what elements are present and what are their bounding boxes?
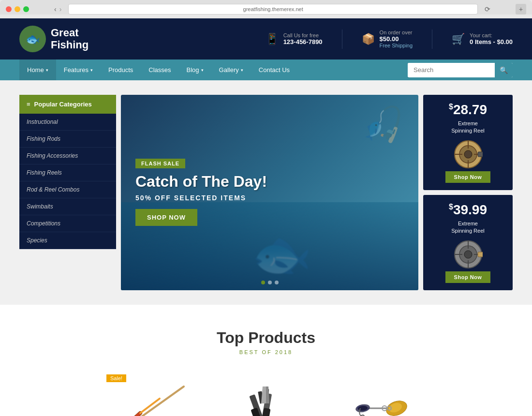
shipping-info: 📦 On order over $50.00 Free Shipping — [362, 30, 413, 48]
categories-sidebar: ≡ Popular Categories Instructional Fishi… — [19, 95, 116, 290]
contact-info: 📱 Call Us for free 123-456-7890 — [266, 32, 323, 45]
category-instructional[interactable]: Instructional — [19, 114, 116, 131]
product-item-2[interactable] — [218, 374, 314, 416]
nav-gallery-label: Gallery — [219, 66, 239, 74]
nav-products-label: Products — [108, 66, 133, 74]
product3-image-area — [339, 374, 426, 416]
nav-features-label: Features — [64, 66, 89, 74]
chevron-down-icon: ▾ — [46, 68, 48, 73]
side-products: $28.79 ExtremeSpinning Reel — [423, 95, 513, 290]
website: 🐟 Great Fishing 📱 Call Us for free 123-4… — [0, 18, 532, 416]
chevron-down-icon3: ▾ — [241, 68, 243, 73]
new-tab-button[interactable]: + — [516, 4, 526, 15]
maximize-button[interactable] — [23, 6, 29, 12]
nav-gallery[interactable]: Gallery ▾ — [211, 59, 251, 80]
forward-button[interactable]: › — [59, 5, 62, 13]
nav-blog-label: Blog — [187, 66, 199, 74]
reload-button[interactable]: ⟳ — [485, 5, 490, 13]
product1-image — [451, 140, 485, 169]
product-card-2: $39.99 ExtremeSpinning Reel — [423, 195, 513, 290]
svg-marker-31 — [266, 386, 269, 403]
product2-shop-button[interactable]: Shop Now — [445, 271, 491, 283]
nav-blog[interactable]: Blog ▾ — [179, 59, 211, 80]
svg-rect-33 — [262, 408, 271, 416]
flash-sale-badge: FLASH SALE — [135, 159, 185, 168]
fish-decoration: 🐟 — [251, 226, 312, 283]
section-subtitle: BEST OF 2018 — [19, 349, 513, 355]
category-competitions[interactable]: Competitions — [19, 215, 116, 232]
address-bar[interactable]: greatfishing.themerex.net — [68, 4, 478, 15]
category-species[interactable]: Species — [19, 232, 116, 249]
close-button[interactable] — [6, 6, 12, 12]
categories-header: ≡ Popular Categories — [19, 95, 116, 114]
divider — [342, 30, 342, 49]
category-swimbaits[interactable]: Swimbaits — [19, 198, 116, 215]
nav-home[interactable]: Home ▾ — [19, 59, 56, 80]
category-rod-reel-combos[interactable]: Rod & Reel Combos — [19, 181, 116, 198]
chevron-down-icon2: ▾ — [201, 68, 204, 73]
search-form: 🔍 — [408, 63, 513, 77]
contact-label: Call Us for free — [283, 32, 323, 38]
slide-dot-3[interactable] — [275, 281, 279, 284]
product1-price: $28.79 — [449, 102, 487, 118]
logo-icon: 🐟 — [19, 26, 46, 52]
nav-links: Home ▾ Features ▾ Products Classes Blog … — [19, 59, 297, 80]
slide-dot-2[interactable] — [268, 281, 272, 284]
logo[interactable]: 🐟 Great Fishing — [19, 26, 89, 52]
cart-icon: 🛒 — [452, 33, 465, 45]
product2-name: ExtremeSpinning Reel — [451, 220, 485, 235]
shipping-icon: 📦 — [362, 33, 375, 45]
category-fishing-rods[interactable]: Fishing Rods — [19, 131, 116, 148]
main-content: ≡ Popular Categories Instructional Fishi… — [0, 80, 532, 305]
search-button[interactable]: 🔍 — [495, 63, 513, 77]
product2-image — [451, 240, 485, 269]
minimize-button[interactable] — [15, 6, 20, 12]
svg-rect-7 — [478, 152, 483, 157]
header-info: 📱 Call Us for free 123-456-7890 📦 On ord… — [266, 30, 513, 49]
nav-contact[interactable]: Contact Us — [251, 59, 297, 80]
category-fishing-accessories[interactable]: Fishing Accessories — [19, 148, 116, 164]
nav-products[interactable]: Products — [101, 59, 141, 80]
product1-shop-button[interactable]: Shop Now — [445, 171, 491, 183]
product-item-1[interactable]: Sale! — [102, 374, 198, 416]
svg-line-16 — [116, 386, 184, 416]
product-card-1: $28.79 ExtremeSpinning Reel — [423, 95, 513, 190]
product1-name: ExtremeSpinning Reel — [451, 120, 485, 135]
nav-classes-label: Classes — [148, 66, 171, 74]
categories-title: Popular Categories — [34, 101, 92, 108]
product-item-3[interactable] — [334, 374, 430, 416]
shipping-condition: On order over — [380, 30, 413, 35]
logo-main: Great — [51, 27, 89, 39]
shipping-amount: $50.00 — [380, 35, 413, 43]
sale-badge: Sale! — [106, 374, 126, 382]
slide-dot-1[interactable] — [261, 281, 265, 284]
banner-dots — [261, 281, 279, 284]
banner-title: Catch of The Day! — [135, 173, 404, 190]
top-products-section: Top Products BEST OF 2018 Sale! — [0, 305, 532, 416]
navigation: Home ▾ Features ▾ Products Classes Blog … — [0, 59, 532, 80]
banner-subtitle: 50% OFF SELECTED ITEMS — [135, 194, 404, 202]
contact-text: Call Us for free 123-456-7890 — [283, 32, 323, 45]
nav-features[interactable]: Features ▾ — [56, 59, 101, 80]
cart-items: 0 Items - $0.00 — [470, 38, 513, 45]
phone-icon: 📱 — [266, 33, 279, 45]
chevron-down-icon: ▾ — [90, 68, 93, 73]
category-fishing-reels[interactable]: Fishing Reels — [19, 164, 116, 181]
site-header: 🐟 Great Fishing 📱 Call Us for free 123-4… — [0, 18, 532, 59]
shipping-label: Free Shipping — [380, 43, 413, 48]
logo-text: Great Fishing — [51, 27, 89, 50]
nav-classes[interactable]: Classes — [141, 59, 178, 80]
angler-decoration: 🎣 — [362, 104, 404, 144]
browser-chrome: ‹ › greatfishing.themerex.net ⟳ + — [0, 0, 532, 15]
search-input[interactable] — [408, 63, 495, 77]
hero-section: ≡ Popular Categories Instructional Fishi… — [19, 95, 513, 290]
shipping-text: On order over $50.00 Free Shipping — [380, 30, 413, 48]
shop-now-button[interactable]: SHOP NOW — [135, 209, 197, 226]
cart-info[interactable]: 🛒 Your cart: 0 Items - $0.00 — [452, 32, 513, 45]
categories-list: Instructional Fishing Rods Fishing Acces… — [19, 114, 116, 249]
svg-line-24 — [126, 413, 140, 416]
main-banner: 🐟 🎣 FLASH SALE Catch of The Day! 50% OFF… — [121, 95, 418, 290]
back-button[interactable]: ‹ — [54, 5, 57, 13]
nav-home-label: Home — [27, 66, 44, 74]
product2-price: $39.99 — [449, 202, 487, 218]
